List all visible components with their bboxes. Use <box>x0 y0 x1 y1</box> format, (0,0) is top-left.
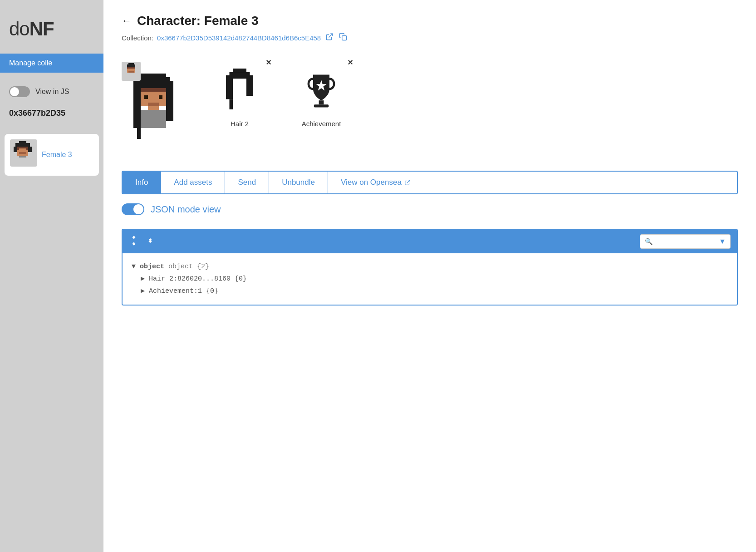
json-toolbar: 🔍 ▼ ▲ <box>123 230 737 253</box>
manage-collection-button[interactable]: Manage colle <box>0 54 103 73</box>
json-mode-label: JSON mode view <box>151 204 221 215</box>
logo-light: do <box>9 18 29 39</box>
page-title: Character: Female 3 <box>137 14 259 28</box>
trophy-svg <box>301 69 342 109</box>
svg-rect-8 <box>19 156 26 158</box>
achievement-label: Achievement <box>302 120 341 128</box>
svg-line-44 <box>407 180 410 183</box>
nft-card-image <box>10 139 37 167</box>
svg-rect-36 <box>226 75 233 99</box>
svg-rect-5 <box>26 148 28 150</box>
tab-info[interactable]: Info <box>123 172 161 193</box>
json-root-row: ▼ object object {2} <box>132 261 728 273</box>
achievement-image <box>294 62 349 116</box>
svg-rect-0 <box>19 141 26 143</box>
json-nav-buttons: ▼ ▲ <box>717 237 738 246</box>
json-viewer: 🔍 ▼ ▲ ▼ object object {2} ▶ Hair 2:82602… <box>122 229 738 306</box>
json-search-container: 🔍 ▼ ▲ <box>640 234 731 249</box>
character-svg <box>126 74 181 146</box>
svg-rect-39 <box>233 79 246 83</box>
collection-row: Collection: 0x36677b2D35D539142d482744BD… <box>122 32 738 44</box>
tabs: Info Add assets Send Unbundle View on Op… <box>122 171 738 194</box>
json-item1-row: ▶ Hair 2:826020...8160 {0} <box>132 273 728 285</box>
small-char-svg <box>122 62 141 81</box>
logo-bold: NF <box>29 18 54 39</box>
copy-address-button[interactable] <box>338 32 348 44</box>
back-button[interactable]: ← <box>122 15 132 27</box>
svg-rect-15 <box>128 63 134 64</box>
json-mode-toggle[interactable] <box>122 203 144 215</box>
svg-rect-28 <box>148 103 159 106</box>
json-search-input[interactable] <box>655 238 714 245</box>
svg-rect-38 <box>230 99 233 110</box>
json-item1-value: Hair 2:826020...8160 {0} <box>149 275 247 283</box>
svg-rect-25 <box>141 88 166 92</box>
svg-rect-32 <box>166 99 173 121</box>
svg-line-13 <box>329 34 333 37</box>
item1-expand-icon[interactable]: ▶ <box>141 275 145 283</box>
small-character-icon <box>122 62 141 81</box>
svg-rect-7 <box>17 154 28 156</box>
open-external-button[interactable] <box>324 32 334 44</box>
achievement-asset: × Achievement <box>294 62 349 128</box>
collection-address[interactable]: 0x36677b2D35D539142d482744BD8461d6B6c5E4… <box>157 34 321 42</box>
tab-view-opensea[interactable]: View on Opensea <box>328 172 423 193</box>
json-toggle-row: JSON mode view <box>122 203 738 215</box>
svg-rect-17 <box>127 67 135 69</box>
svg-rect-22 <box>133 81 141 99</box>
hair2-svg <box>221 69 258 109</box>
svg-rect-11 <box>14 147 17 152</box>
json-content: ▼ object object {2} ▶ Hair 2:826020...81… <box>123 253 737 305</box>
view-js-toggle[interactable] <box>9 86 30 97</box>
expand-icon <box>129 236 139 246</box>
sidebar: doNF Manage colle View in JS 0x36677b2D3… <box>0 0 103 552</box>
hair2-label: Hair 2 <box>231 120 249 128</box>
hair2-close-button[interactable]: × <box>266 57 271 68</box>
collapse-icon <box>145 236 155 246</box>
search-icon: 🔍 <box>645 238 653 245</box>
sidebar-logo: doNF <box>0 9 103 54</box>
tab-send[interactable]: Send <box>225 172 269 193</box>
view-js-row: View in JS <box>0 82 103 102</box>
svg-rect-12 <box>28 147 32 152</box>
json-root-key: object <box>140 263 168 271</box>
svg-rect-26 <box>144 95 148 99</box>
opensea-external-icon <box>404 179 411 186</box>
collapse-all-button[interactable] <box>145 236 155 248</box>
svg-rect-33 <box>137 128 141 139</box>
tab-unbundle[interactable]: Unbundle <box>269 172 328 193</box>
copy-icon <box>339 33 347 41</box>
json-nav-down[interactable]: ▼ <box>717 237 728 246</box>
collection-label: Collection: <box>122 34 153 42</box>
external-link-icon <box>325 33 334 41</box>
nft-sidebar-card[interactable]: Female 3 <box>5 134 99 176</box>
json-nav-up[interactable]: ▲ <box>730 237 738 246</box>
achievement-close-button[interactable]: × <box>348 57 353 68</box>
root-expand-icon[interactable]: ▼ <box>132 263 136 271</box>
tab-add-assets[interactable]: Add assets <box>161 172 225 193</box>
main-character-asset <box>122 62 194 148</box>
svg-rect-2 <box>17 147 28 148</box>
svg-rect-41 <box>319 100 324 104</box>
sidebar-wallet-address: 0x36677b2D35 <box>0 102 103 125</box>
expand-all-button[interactable] <box>129 236 139 248</box>
svg-rect-4 <box>17 148 19 150</box>
item2-expand-icon[interactable]: ▶ <box>141 287 145 295</box>
svg-rect-21 <box>137 77 170 88</box>
nft-thumbnail-svg <box>10 139 35 165</box>
json-root-count: object {2} <box>168 263 209 271</box>
view-opensea-label: View on Opensea <box>341 178 402 187</box>
view-js-label: View in JS <box>35 88 69 96</box>
json-item2-row: ▶ Achievement:1 {0} <box>132 285 728 297</box>
svg-rect-30 <box>141 110 166 128</box>
nft-card-label: Female 3 <box>42 151 72 159</box>
svg-rect-31 <box>133 99 141 128</box>
hair2-asset: × Hair 2 <box>212 62 267 128</box>
svg-rect-20 <box>141 74 166 77</box>
svg-rect-1 <box>17 143 28 147</box>
svg-rect-40 <box>233 82 246 99</box>
svg-rect-23 <box>166 81 173 99</box>
page-header: ← Character: Female 3 <box>122 14 738 28</box>
svg-rect-19 <box>128 71 134 73</box>
json-toolbar-left <box>129 236 155 248</box>
